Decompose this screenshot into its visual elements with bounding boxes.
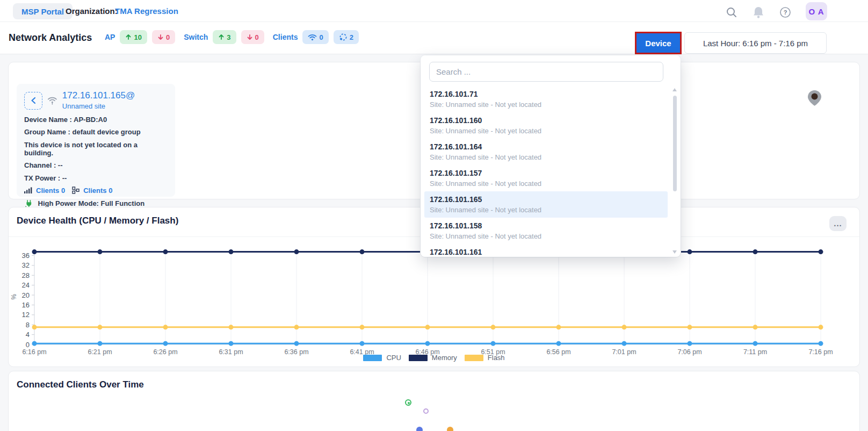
device-health-title: Device Health (CPU / Memory / Flash): [17, 216, 178, 226]
device-ip: 172.16.101.164: [430, 141, 662, 152]
msp-portal-button[interactable]: MSP Portal: [13, 3, 73, 19]
top-icon-group: ? O A: [725, 4, 827, 20]
scrollbar-thumb[interactable]: [673, 96, 677, 191]
arrow-down-icon: [157, 34, 164, 40]
topology-icon: [72, 186, 79, 194]
device-list-item[interactable]: 172.16.101.165Site: Unnamed site - Not y…: [424, 191, 668, 218]
scroll-down-arrow[interactable]: [672, 250, 677, 254]
time-range-selector[interactable]: Last Hour: 6:16 pm - 7:16 pm: [684, 32, 827, 54]
svg-text:8: 8: [26, 321, 30, 329]
card-menu-button[interactable]: ...: [829, 216, 847, 231]
legend-label: CPU: [386, 354, 401, 362]
svg-text:4: 4: [26, 331, 30, 339]
svg-text:%: %: [10, 294, 18, 300]
switch-up-badge[interactable]: 3: [213, 30, 236, 44]
svg-text:24: 24: [22, 281, 30, 289]
legend-item-cpu[interactable]: CPU: [363, 354, 401, 362]
legend-item-flash[interactable]: Flash: [465, 354, 505, 362]
loading-spinner-dot: [423, 408, 429, 414]
device-site-link[interactable]: Unnamed site: [62, 102, 105, 110]
wifi-icon: [308, 34, 317, 41]
organization-label: Organization:: [66, 6, 118, 16]
device-list-item[interactable]: 172.16.101.160Site: Unnamed site - Not y…: [424, 112, 668, 139]
switch-down-badge[interactable]: 0: [241, 30, 264, 44]
wireless-clients-link[interactable]: Clients 0: [36, 186, 65, 195]
legend-swatch: [363, 355, 382, 361]
top-bar: MSP Portal Organization: TMA Regression …: [0, 0, 868, 22]
connected-clients-card: Connected Clients Over Time: [8, 371, 860, 431]
help-icon[interactable]: ?: [779, 6, 792, 19]
device-list: 172.16.101.71Site: Unnamed site - Not ye…: [421, 86, 668, 257]
connected-clients-title: Connected Clients Over Time: [17, 379, 144, 390]
loading-spinner-dot: [416, 427, 423, 431]
device-site: Site: Unnamed site - Not yet located: [430, 205, 662, 215]
chevron-left-icon: [30, 97, 37, 104]
svg-text:36: 36: [22, 252, 30, 260]
svg-text:12: 12: [22, 311, 30, 319]
device-site: Site: Unnamed site - Not yet located: [430, 99, 662, 110]
search-icon[interactable]: [725, 6, 738, 19]
device-site: Site: Unnamed site - Not yet located: [430, 152, 662, 162]
arrow-down-icon: [247, 34, 253, 40]
device-ip-link[interactable]: 172.16.101.165@: [62, 90, 135, 100]
ap-up-badge[interactable]: 10: [120, 30, 147, 44]
arrow-up-icon: [125, 34, 132, 40]
device-site: Site: Unnamed site - Not yet located: [430, 126, 662, 136]
analytics-toolbar: Network Analytics AP 10 0 Switch 3 0 Cli…: [0, 22, 868, 54]
device-stats: AP 10 0 Switch 3 0 Clients 0: [105, 30, 359, 44]
device-health-chart: 04812162024283236%6:16 pm6:21 pm6:26 pm6…: [9, 241, 859, 364]
scroll-up-arrow[interactable]: [672, 88, 677, 91]
ap-label: AP: [105, 33, 115, 41]
device-info-card: 172.16.101.165@ Unnamed site Device Name…: [17, 84, 175, 197]
svg-text:0: 0: [26, 341, 30, 349]
device-list-item[interactable]: 172.16.101.71Site: Unnamed site - Not ye…: [424, 86, 668, 112]
tx-power-text: TX Power : --: [24, 174, 168, 182]
avatar[interactable]: O A: [806, 2, 827, 20]
device-ip: 172.16.101.165: [430, 194, 662, 205]
page-title: Network Analytics: [9, 32, 92, 44]
signal-bars-icon: [24, 187, 32, 193]
device-name-text: Device Name : AP-BD:A0: [24, 116, 168, 124]
device-button[interactable]: Device: [636, 33, 680, 53]
switch-label: Switch: [184, 33, 208, 41]
bell-icon[interactable]: [752, 6, 765, 19]
device-site: Site: Unnamed site - Not yet located: [430, 231, 662, 241]
legend-label: Memory: [432, 354, 457, 362]
wifi-clients-badge[interactable]: 0: [302, 30, 328, 44]
map-pin-icon[interactable]: [807, 90, 822, 109]
search-input[interactable]: [429, 62, 663, 82]
wifi-device-icon: [47, 96, 57, 105]
device-ip: 172.16.101.157: [430, 168, 662, 178]
clients-label: Clients: [273, 33, 298, 41]
device-site: Site: Unnamed site - Not yet located: [430, 178, 662, 189]
click-annotation: Device: [635, 32, 682, 54]
device-ip: 172.16.101.71: [430, 89, 662, 99]
device-list-item[interactable]: 172.16.101.157Site: Unnamed site - Not y…: [424, 165, 668, 191]
device-list-item[interactable]: 172.16.101.158Site: Unnamed site - Not y…: [424, 218, 668, 244]
network-analytics-page: MSP Portal Organization: TMA Regression …: [0, 0, 868, 431]
device-list-item[interactable]: 172.16.101.161Site: Unnamed site - Not y…: [424, 244, 668, 257]
group-name-text: Group Name : default device group: [24, 128, 168, 136]
svg-text:16: 16: [22, 301, 30, 309]
wired-clients-link[interactable]: Clients 0: [83, 186, 112, 195]
device-ip: 172.16.101.158: [430, 220, 662, 231]
device-list-item[interactable]: 172.16.101.164Site: Unnamed site - Not y…: [424, 139, 668, 165]
chart-legend: CPUMemoryFlash: [9, 354, 859, 362]
ap-down-badge[interactable]: 0: [152, 30, 175, 44]
mesh-clients-badge[interactable]: 2: [334, 30, 359, 44]
svg-text:20: 20: [22, 291, 30, 299]
svg-text:28: 28: [22, 271, 30, 279]
back-button[interactable]: [24, 92, 42, 110]
legend-swatch: [409, 355, 428, 361]
mesh-icon: [339, 33, 348, 41]
loading-spinner-dot: [405, 399, 411, 406]
channel-text: Channel : --: [24, 161, 168, 169]
device-dropdown: 172.16.101.71Site: Unnamed site - Not ye…: [421, 55, 681, 257]
device-ip: 172.16.101.161: [430, 247, 662, 257]
legend-item-memory[interactable]: Memory: [409, 354, 457, 362]
arrow-up-icon: [218, 34, 225, 40]
location-note-text: This device is not yet located on a buil…: [24, 141, 168, 157]
device-ip: 172.16.101.160: [430, 115, 662, 126]
organization-name-link[interactable]: TMA Regression: [115, 6, 178, 16]
svg-text:32: 32: [22, 261, 30, 269]
